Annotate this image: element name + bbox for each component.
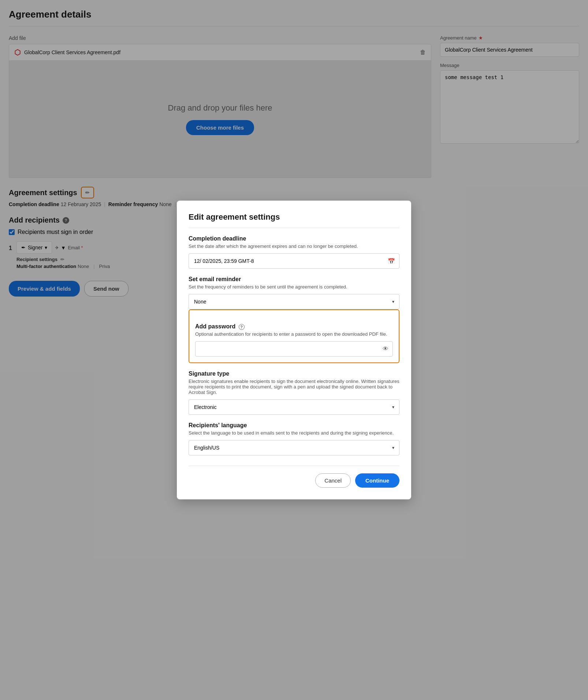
recipients-language-section: Recipients' language Select the language… [189, 422, 399, 455]
signature-type-desc: Electronic signatures enable recipients … [189, 379, 399, 395]
signature-type-select-wrapper: Electronic Written ▾ [189, 399, 399, 415]
signature-type-title: Signature type [189, 371, 399, 377]
add-password-section: Add password ? Optional authentication f… [189, 309, 399, 363]
modal-continue-button[interactable]: Continue [355, 473, 399, 488]
signature-type-section: Signature type Electronic signatures ena… [189, 371, 399, 415]
signature-type-select[interactable]: Electronic Written [189, 399, 399, 415]
modal-footer: Cancel Continue [189, 466, 399, 488]
completion-deadline-desc: Set the date after which the agreement e… [189, 243, 399, 249]
recipients-language-title: Recipients' language [189, 422, 399, 429]
recipients-language-desc: Select the language to be used in emails… [189, 430, 399, 436]
completion-deadline-input-wrapper: 📅 [189, 253, 399, 269]
add-password-desc: Optional authentication for recipients t… [195, 331, 393, 337]
completion-deadline-section: Completion deadline Set the date after w… [189, 235, 399, 269]
email-reminder-desc: Set the frequency of reminders to be sen… [189, 284, 399, 290]
password-input-wrapper: 👁 [195, 341, 393, 357]
completion-deadline-title: Completion deadline [189, 235, 399, 242]
password-input[interactable] [195, 341, 393, 357]
email-reminder-select-wrapper: None Every day Every week Every other we… [189, 294, 399, 309]
email-reminder-section: Set email reminder Set the frequency of … [189, 276, 399, 309]
edit-agreement-settings-modal: Edit agreement settings Completion deadl… [177, 201, 411, 499]
completion-deadline-input[interactable] [189, 253, 399, 269]
modal-title: Edit agreement settings [189, 212, 399, 228]
email-reminder-select[interactable]: None Every day Every week Every other we… [189, 294, 399, 309]
language-select-wrapper: English/US English/UK French German Span… [189, 440, 399, 455]
modal-overlay: Edit agreement settings Completion deadl… [0, 0, 588, 700]
language-select[interactable]: English/US English/UK French German Span… [189, 440, 399, 455]
email-reminder-title: Set email reminder [189, 276, 399, 283]
show-password-icon[interactable]: 👁 [383, 346, 388, 352]
calendar-icon[interactable]: 📅 [388, 258, 395, 265]
add-password-title: Add password ? [195, 323, 393, 330]
password-help-icon[interactable]: ? [239, 324, 245, 330]
modal-cancel-button[interactable]: Cancel [315, 473, 351, 488]
